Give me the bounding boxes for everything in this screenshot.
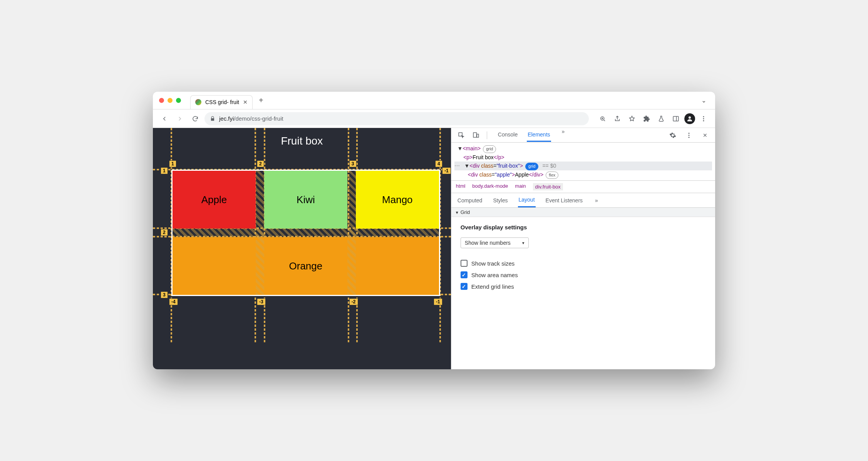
grid-gap-col-1 [256, 171, 264, 295]
svg-rect-7 [473, 133, 476, 137]
tab-event-listeners[interactable]: Event Listeners [545, 194, 584, 207]
page-heading: Fruit box [153, 135, 451, 147]
toolbar-right [597, 113, 710, 125]
devtools-panel: Console Elements » ✕ ▼<main>grid <p>Frui… [451, 128, 715, 369]
label-row-1: 1 [161, 167, 168, 174]
grid-cell-kiwi: Kiwi [264, 171, 347, 229]
url-host: jec.fyi/demo/css-grid-fruit [219, 115, 283, 122]
dom-tree[interactable]: ▼<main>grid <p>Fruit box</p> ⋯ ▼<div cla… [451, 143, 715, 180]
grid-overlay-wrap: Apple Kiwi Mango Orange 1 2 3 4 1 2 3 -1… [171, 170, 440, 296]
divider [487, 131, 487, 139]
svg-point-3 [703, 116, 704, 117]
check-extend-lines-label: Extend grid lines [471, 283, 514, 290]
overlay-settings-panel: Overlay display settings Show line numbe… [451, 217, 715, 301]
favicon-icon [195, 99, 201, 105]
check-extend-lines-row: Extend grid lines [461, 283, 706, 290]
profile-avatar[interactable] [684, 113, 695, 124]
grid-cell-mango: Mango [356, 171, 439, 229]
share-icon[interactable] [611, 113, 623, 125]
breadcrumb[interactable]: html body.dark-mode main div.fruit-box [451, 180, 715, 193]
tab-styles[interactable]: Styles [492, 194, 508, 207]
label-row-2: 2 [161, 229, 168, 236]
svg-point-9 [689, 133, 690, 134]
zoom-icon[interactable] [597, 113, 609, 125]
svg-rect-8 [477, 134, 479, 137]
label-neg-b2: -3 [257, 298, 266, 305]
close-devtools-button[interactable]: ✕ [699, 129, 711, 141]
check-area-names-row: Show area names [461, 271, 706, 278]
dom-p[interactable]: <p>Fruit box</p> [454, 153, 712, 162]
tab-console[interactable]: Console [497, 128, 518, 142]
line-numbers-select[interactable]: Show line numbers [461, 237, 529, 248]
back-button[interactable] [158, 113, 171, 125]
tabs-dropdown-button[interactable]: ⌄ [698, 95, 709, 106]
grid-gap-row [173, 229, 439, 237]
label-neg-b1: -4 [169, 298, 178, 305]
grid-cell-orange: Orange [173, 237, 439, 295]
crumb-body[interactable]: body.dark-mode [472, 183, 508, 190]
dom-fruitbox[interactable]: ⋯ ▼<div class="fruit-box">grid== $0 [454, 162, 712, 170]
tab-layout[interactable]: Layout [518, 193, 536, 207]
browser-tab[interactable]: CSS grid- fruit ✕ [190, 95, 253, 109]
label-neg-right: -1 [442, 167, 451, 174]
svg-point-11 [689, 136, 690, 138]
gear-icon[interactable] [667, 129, 679, 141]
tab-computed[interactable]: Computed [457, 194, 483, 207]
dom-main[interactable]: ▼<main>grid [454, 144, 712, 153]
label-row-3: 3 [161, 291, 168, 298]
crumb-fruitbox[interactable]: div.fruit-box [533, 183, 563, 190]
minimize-window-button[interactable] [168, 98, 173, 103]
check-extend-lines[interactable] [461, 283, 468, 290]
dom-apple[interactable]: <div class="apple">Apple</div>flex [454, 170, 712, 179]
more-tabs-icon[interactable]: » [562, 128, 565, 142]
label-neg-b4: -1 [434, 298, 442, 305]
check-area-names-label: Show area names [471, 272, 518, 278]
labs-icon[interactable] [655, 113, 667, 125]
address-bar[interactable]: jec.fyi/demo/css-grid-fruit [204, 112, 589, 125]
check-track-sizes-row: Show track sizes [461, 260, 706, 267]
content-area: Fruit box Apple Kiwi [153, 128, 715, 369]
crumb-main[interactable]: main [515, 183, 526, 190]
kebab-icon[interactable] [683, 129, 695, 141]
svg-rect-1 [673, 116, 679, 121]
more-subtabs-icon[interactable]: » [595, 197, 598, 204]
toolbar: jec.fyi/demo/css-grid-fruit [153, 109, 715, 128]
overlay-heading: Overlay display settings [461, 224, 706, 230]
label-col-1: 1 [169, 160, 176, 167]
tab-title: CSS grid- fruit [205, 99, 239, 105]
maximize-window-button[interactable] [176, 98, 181, 103]
new-tab-button[interactable]: + [256, 95, 266, 106]
title-bar: CSS grid- fruit ✕ + ⌄ [153, 92, 715, 109]
grid-section-header[interactable]: Grid [451, 208, 715, 217]
device-toggle-icon[interactable] [470, 129, 482, 141]
close-tab-button[interactable]: ✕ [243, 99, 248, 105]
label-neg-b3: -2 [349, 298, 358, 305]
check-track-sizes-label: Show track sizes [471, 260, 515, 267]
window-controls [159, 98, 181, 103]
panel-icon[interactable] [670, 113, 682, 125]
tab-elements[interactable]: Elements [527, 128, 551, 142]
grid-gap-col-2 [347, 171, 356, 295]
label-col-2: 2 [257, 160, 264, 167]
check-area-names[interactable] [461, 271, 468, 278]
sidebar-tabs: Computed Styles Layout Event Listeners » [451, 193, 715, 208]
extensions-icon[interactable] [640, 113, 653, 125]
browser-window: CSS grid- fruit ✕ + ⌄ jec.fyi/demo/css-g… [153, 92, 715, 369]
close-window-button[interactable] [159, 98, 164, 103]
svg-point-5 [703, 120, 704, 121]
svg-point-10 [689, 135, 690, 136]
devtools-header: Console Elements » ✕ [451, 128, 715, 143]
star-icon[interactable] [626, 113, 638, 125]
rendered-page: Fruit box Apple Kiwi [153, 128, 451, 369]
menu-button[interactable] [697, 113, 710, 125]
crumb-html[interactable]: html [456, 183, 466, 190]
label-col-3: 3 [349, 160, 357, 167]
svg-point-4 [703, 118, 704, 119]
check-track-sizes[interactable] [461, 260, 468, 267]
inspect-icon[interactable] [455, 129, 468, 141]
forward-button[interactable] [174, 113, 186, 125]
fruit-box-grid: Apple Kiwi Mango Orange [171, 170, 440, 296]
lock-icon [210, 116, 215, 121]
reload-button[interactable] [189, 113, 201, 125]
svg-point-2 [689, 116, 691, 119]
